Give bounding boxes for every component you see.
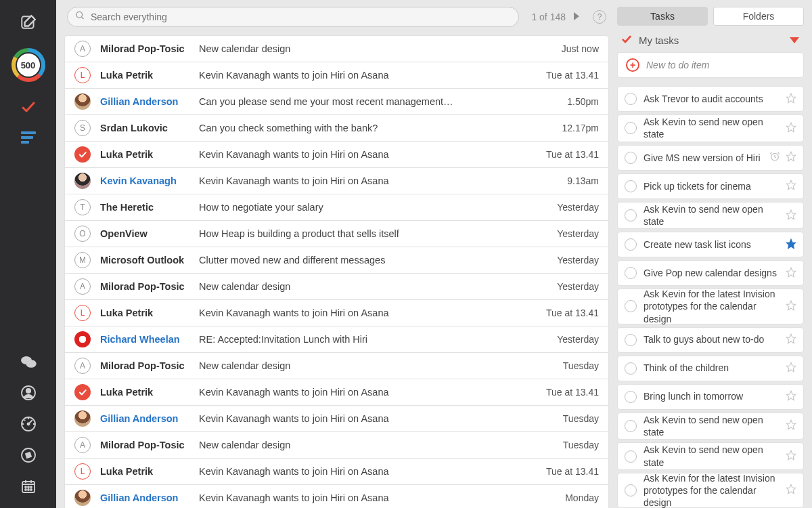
message-row[interactable]: Richard WheelanRE: Accepted:Invitation L… xyxy=(64,326,609,353)
task-checkbox[interactable] xyxy=(625,152,637,164)
task-checkbox[interactable] xyxy=(625,334,637,346)
message-row[interactable]: OOpenViewHow Heap is building a product … xyxy=(64,220,609,247)
task-item[interactable]: Give MS new version of Hiri xyxy=(617,145,804,171)
task-checkbox[interactable] xyxy=(625,450,637,463)
message-row[interactable]: LLuka PetrikKevin Kavanagh wants to join… xyxy=(64,299,609,326)
alarm-icon[interactable] xyxy=(769,151,780,164)
help-icon[interactable]: ? xyxy=(593,10,606,24)
star-icon[interactable] xyxy=(786,450,796,463)
sender-name: Milorad Pop-Tosic xyxy=(100,440,199,450)
task-checkbox[interactable] xyxy=(625,93,637,105)
star-icon[interactable] xyxy=(786,122,796,135)
message-time: Tuesday xyxy=(563,440,599,450)
task-item[interactable]: Ask Kevin to send new open state xyxy=(617,114,804,142)
message-time: Yesterday xyxy=(557,202,599,213)
star-icon[interactable] xyxy=(786,484,796,496)
task-checkbox[interactable] xyxy=(625,180,637,192)
lists-nav-icon[interactable] xyxy=(21,131,36,144)
task-item[interactable]: Ask Kevin to send new open state xyxy=(617,412,804,440)
task-item[interactable]: Ask Kevin to send new open state xyxy=(617,202,804,230)
message-row[interactable]: Kevin KavanaghKevin Kavanagh wants to jo… xyxy=(64,167,609,194)
task-checkbox[interactable] xyxy=(625,362,637,375)
message-row[interactable]: TThe HereticHow to negotiate your salary… xyxy=(64,194,609,221)
task-checkbox[interactable] xyxy=(625,122,637,134)
chat-icon[interactable] xyxy=(20,355,37,370)
message-row[interactable]: Luka PetrikKevin Kavanagh wants to join … xyxy=(64,141,609,168)
task-checkbox[interactable] xyxy=(625,300,637,312)
task-checkbox[interactable] xyxy=(625,209,637,221)
task-checkbox[interactable] xyxy=(625,484,637,496)
task-item[interactable]: Pick up tickets for cinema xyxy=(617,173,804,199)
score-value: 500 xyxy=(11,47,46,83)
task-checkbox[interactable] xyxy=(625,267,637,279)
message-time: Yesterday xyxy=(557,228,599,239)
svg-rect-7 xyxy=(21,131,36,134)
tasks-header-title: My tasks xyxy=(639,35,782,46)
task-checkbox[interactable] xyxy=(625,238,637,251)
task-item[interactable]: Ask Kevin for the latest Invision protot… xyxy=(617,289,804,324)
message-subject: How Heap is building a product that sell… xyxy=(199,228,557,239)
message-row[interactable]: AMilorad Pop-TosicNew calendar designYes… xyxy=(64,273,609,300)
tab-tasks[interactable]: Tasks xyxy=(617,7,708,26)
message-row[interactable]: AMilorad Pop-TosicNew calendar designTue… xyxy=(64,352,609,379)
sender-avatar: L xyxy=(74,463,91,480)
tab-folders[interactable]: Folders xyxy=(713,7,804,26)
calendar-icon[interactable] xyxy=(20,478,37,494)
message-subject: New calendar design xyxy=(199,281,557,292)
task-item[interactable]: Ask Kevin for the latest Invision protot… xyxy=(617,473,804,508)
svg-marker-39 xyxy=(786,334,795,343)
profile-icon[interactable] xyxy=(20,385,37,401)
task-item[interactable]: Ask Kevin to send new open state xyxy=(617,442,804,470)
star-icon[interactable] xyxy=(786,362,796,375)
sender-avatar: L xyxy=(74,305,91,321)
svg-marker-30 xyxy=(786,93,795,102)
star-icon[interactable] xyxy=(786,390,796,403)
message-row[interactable]: LLuka PetrikKevin Kavanagh wants to join… xyxy=(64,458,609,485)
svg-marker-37 xyxy=(786,268,795,276)
sender-avatar xyxy=(74,331,91,347)
task-item[interactable]: Bring lunch in tomorrow xyxy=(617,384,804,410)
message-row[interactable]: Luka PetrikKevin Kavanagh wants to join … xyxy=(64,379,609,406)
message-time: Just now xyxy=(562,43,599,54)
task-item[interactable]: Create new task list icons xyxy=(617,232,804,257)
search-input[interactable] xyxy=(67,7,519,27)
score-ring[interactable]: 500 xyxy=(11,47,46,83)
message-row[interactable]: Gillian AndersonKevin Kavanagh wants to … xyxy=(64,484,609,508)
message-subject: Kevin Kavanagh wants to join Hiri on Asa… xyxy=(199,175,567,186)
star-icon[interactable] xyxy=(786,179,796,192)
message-row[interactable]: Gillian AndersonKevin Kavanagh wants to … xyxy=(64,405,609,432)
compose-icon[interactable] xyxy=(20,14,37,31)
task-item[interactable]: Talk to guys about new to-do xyxy=(617,327,804,353)
sender-name: Milorad Pop-Tosic xyxy=(100,281,199,292)
pager: 1 of 148 xyxy=(531,12,581,23)
task-text: Give Pop new calendar designs xyxy=(644,267,779,279)
message-row[interactable]: LLuka PetrikKevin Kavanagh wants to join… xyxy=(64,62,609,89)
message-row[interactable]: SSrdan LukovicCan you check something wi… xyxy=(64,114,609,142)
svg-point-24 xyxy=(28,489,29,490)
new-task-input[interactable]: + New to do item xyxy=(617,52,804,78)
message-row[interactable]: AMilorad Pop-TosicNew calendar designJus… xyxy=(64,35,609,62)
star-icon[interactable] xyxy=(786,419,796,432)
svg-point-25 xyxy=(30,489,32,490)
topbar: 1 of 148 ? xyxy=(64,7,609,34)
task-item[interactable]: Ask Trevor to audit accounts xyxy=(617,86,804,112)
tasks-nav-icon[interactable] xyxy=(20,99,37,115)
task-item[interactable]: Think of the children xyxy=(617,356,804,381)
star-icon[interactable] xyxy=(786,333,796,346)
tasks-collapse-icon[interactable] xyxy=(789,35,800,46)
star-icon[interactable] xyxy=(786,238,796,251)
task-checkbox[interactable] xyxy=(625,391,637,403)
next-page-icon[interactable] xyxy=(572,12,581,23)
task-checkbox[interactable] xyxy=(625,420,637,432)
star-icon[interactable] xyxy=(786,267,796,280)
message-row[interactable]: AMilorad Pop-TosicNew calendar designTue… xyxy=(64,431,609,459)
message-row[interactable]: MMicrosoft OutlookClutter moved new and … xyxy=(64,247,609,274)
explore-icon[interactable] xyxy=(20,447,37,463)
task-item[interactable]: Give Pop new calendar designs xyxy=(617,260,804,286)
star-icon[interactable] xyxy=(786,93,796,106)
dashboard-icon[interactable] xyxy=(20,416,37,432)
star-icon[interactable] xyxy=(786,151,796,164)
star-icon[interactable] xyxy=(786,209,796,222)
star-icon[interactable] xyxy=(786,300,796,313)
message-row[interactable]: Gillian AndersonCan you please send me y… xyxy=(64,88,609,115)
